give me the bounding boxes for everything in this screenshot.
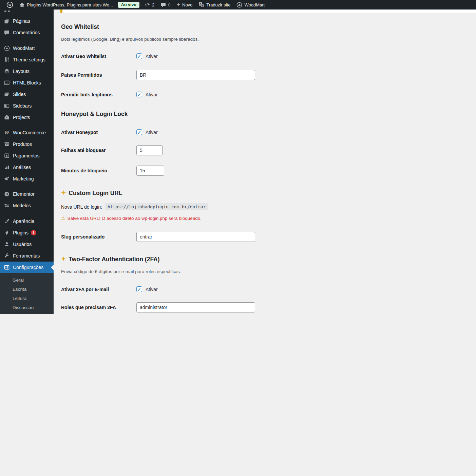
sidebar-item-sidebars[interactable]: Sidebars (0, 100, 54, 112)
sidebar-item-label: Pagamentos (13, 153, 40, 158)
login-url-warning: ⚠ Salve esta URL! O acesso direto ao wp-… (61, 215, 311, 221)
sidebar-item-pagamentos[interactable]: $ Pagamentos (0, 150, 54, 161)
updates-menu[interactable]: 2 (141, 0, 157, 9)
comments-icon (4, 30, 10, 35)
geo-whitelist-checkbox[interactable] (136, 53, 142, 59)
setting-row-permitir-bots: Permitir bots legítimos Ativar (61, 92, 311, 97)
geo-whitelist-heading: Geo Whitelist (61, 23, 311, 31)
new-login-url-line: Nova URL de login: https://lojinhadoplug… (61, 203, 311, 210)
allow-bots-checkbox[interactable] (136, 92, 142, 97)
woodmart-label: WoodMart (244, 2, 265, 7)
tfa-roles-input[interactable] (136, 302, 255, 312)
sidebar-item-label: Marketing (13, 176, 34, 182)
slides-icon (4, 92, 10, 97)
wordpress-logo-menu[interactable]: W (3, 0, 16, 9)
cropped-menu-item-icon (4, 11, 54, 13)
sidebar-item-theme-settings[interactable]: Theme settings (0, 54, 54, 65)
checkbox-label: Ativar (146, 92, 158, 97)
field-label: Permitir bots legítimos (61, 92, 136, 97)
sidebar-item-aparencia[interactable]: Aparência (0, 215, 54, 227)
setting-row-falhas-bloquear: Falhas até bloquear (61, 145, 311, 155)
translate-icon: Aa (198, 2, 204, 8)
sparkle-icon: ✦ (61, 189, 66, 197)
sidebar-item-modelos[interactable]: Modelos (0, 200, 54, 211)
failures-before-block-input[interactable] (136, 145, 163, 155)
sidebar-item-label: Análises (13, 165, 31, 170)
sidebar-item-usuarios[interactable]: Usuários (0, 239, 54, 250)
site-menu[interactable]: Plugins WordPress, Plugins para sites Wo… (16, 0, 116, 9)
sidebar-item-woodmart[interactable]: WoodMart (0, 42, 54, 54)
field-label: Slug personalizado (61, 234, 136, 240)
field-label: Ativar 2FA por E-mail (61, 287, 136, 292)
geo-whitelist-description: Bots legítimos (Google, Bing) e arquivos… (61, 36, 311, 42)
sidebar-item-layouts[interactable]: Layouts (0, 65, 54, 77)
sparkle-icon: ✦ (61, 255, 66, 263)
sidebar-item-label: WooCommerce (13, 130, 46, 135)
new-label: Novo (182, 2, 192, 7)
plus-icon: + (176, 2, 180, 8)
sidebar-item-label: Aparência (13, 218, 34, 224)
submenu-item-discussao[interactable]: Discussão (0, 303, 54, 312)
sidebar-item-paginas[interactable]: Páginas (0, 15, 54, 27)
briefcase-icon (4, 115, 10, 120)
megaphone-icon (4, 176, 10, 182)
custom-login-url-heading: ✦ Custom Login URL (61, 189, 311, 197)
comments-menu[interactable]: 0 (157, 0, 173, 9)
setting-row-slug-personalizado: Slug personalizado (61, 232, 311, 242)
field-label: Ativar Geo Whitelist (61, 54, 136, 59)
user-icon (4, 242, 10, 247)
field-label: Roles que precisam 2FA (61, 305, 136, 310)
allowed-countries-input[interactable] (136, 70, 255, 80)
field-label: Falhas até bloquear (61, 148, 136, 153)
sidebar-item-plugins[interactable]: Plugins 1 (0, 227, 54, 239)
update-icon (145, 2, 150, 7)
sidebar-item-analises[interactable]: Análises (0, 161, 54, 173)
tfa-heading: ✦ Two-Factor Authentication (2FA) (61, 255, 311, 263)
sidebar-item-label: WoodMart (13, 45, 35, 51)
translate-label: Traduzir site (206, 2, 230, 7)
update-count: 2 (152, 2, 154, 7)
sidebar-item-label: Theme settings (13, 57, 45, 62)
sidebar-item-produtos[interactable]: Produtos (0, 138, 54, 150)
warning-text: Salve esta URL! O acesso direto ao wp-lo… (68, 216, 202, 221)
submenu-item-geral[interactable]: Geral (0, 275, 54, 285)
sidebar-item-label: Configurações (13, 265, 43, 270)
sidebar-item-ferramentas[interactable]: Ferramentas (0, 250, 54, 262)
environment-badge: Ao vivo (118, 2, 139, 8)
sidebar-item-slides[interactable]: Slides (0, 89, 54, 100)
wrench-icon (4, 253, 10, 259)
tfa-description: Envia código de 6 dígitos por e-mail par… (61, 269, 311, 275)
custom-slug-input[interactable] (136, 232, 255, 242)
tfa-email-checkbox[interactable] (136, 286, 142, 292)
sidebar-item-comentarios[interactable]: Comentários (0, 27, 54, 38)
honeypot-checkbox[interactable] (136, 129, 142, 135)
submenu-item-escrita[interactable]: Escrita (0, 285, 54, 294)
sidebar-item-label: Ferramentas (13, 253, 40, 259)
block-minutes-input[interactable] (136, 166, 164, 176)
sidebar-item-woocommerce[interactable]: W WooCommerce (0, 127, 54, 138)
folder-icon (4, 203, 10, 208)
submenu-item-leitura[interactable]: Leitura (0, 294, 54, 303)
new-content-menu[interactable]: + Novo (173, 0, 195, 9)
sidebar-item-elementor[interactable]: Elementor (0, 188, 54, 200)
sidebar-item-label: Produtos (13, 141, 32, 147)
admin-sidebar: Páginas Comentários WoodMart Theme setti… (0, 9, 54, 310)
sidebar-item-html-blocks[interactable]: </> HTML Blocks (0, 77, 54, 89)
sidebar-item-marketing[interactable]: Marketing (0, 173, 54, 185)
code-block-icon: </> (4, 80, 10, 85)
tfa-title: Two-Factor Authentication (2FA) (69, 255, 159, 263)
new-login-url-label: Nova URL de login: (61, 204, 102, 210)
setting-row-minutos-bloqueio: Minutos de bloqueio (61, 166, 311, 176)
woodmart-topbar-menu[interactable]: WoodMart (233, 0, 268, 9)
payments-icon: $ (4, 153, 10, 158)
wordpress-logo-icon: W (6, 1, 13, 8)
sidebar-item-projects[interactable]: Projects (0, 112, 54, 123)
warning-icon: ⚠ (61, 215, 65, 221)
cropped-notice-bar (60, 9, 476, 13)
setting-row-roles-2fa: Roles que precisam 2FA (61, 302, 311, 312)
sidebar-item-configuracoes[interactable]: Configurações (0, 262, 54, 273)
translate-site-menu[interactable]: Aa Traduzir site (195, 0, 233, 9)
admin-top-bar: W Plugins WordPress, Plugins para sites … (0, 0, 476, 9)
sidebar-item-label: Layouts (13, 69, 30, 74)
svg-text:W: W (8, 3, 12, 7)
